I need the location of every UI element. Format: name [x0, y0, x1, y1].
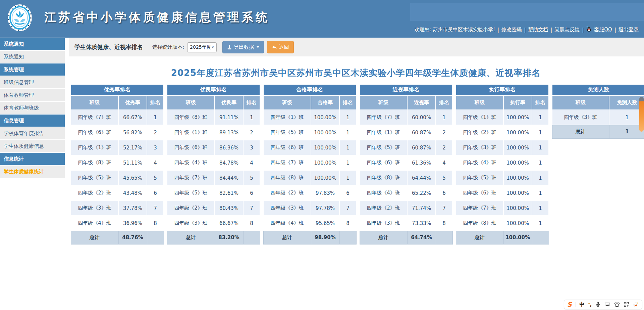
column-header-rank: 排名 [147, 95, 164, 110]
caret-down-icon [257, 46, 259, 48]
apps-grid-icon[interactable] [624, 302, 629, 307]
page-title: 学生体质健康、近视率排名 [74, 43, 143, 51]
rank-cell: 8 [147, 216, 164, 231]
rank-cell: 1 [532, 125, 549, 140]
sidebar-item-pe-teacher-and-class[interactable]: 体育教师与班级 [0, 102, 65, 115]
skin-tshirt-icon[interactable] [614, 302, 620, 307]
exempt-count-cell: 1 [609, 110, 644, 125]
sidebar-section-info-management[interactable]: 信息管理 [0, 115, 65, 127]
sidebar-section-info-statistics[interactable]: 信息统计 [0, 153, 65, 166]
sidebar-item-system-notice[interactable]: 系统通知 [0, 51, 65, 63]
download-icon [227, 45, 232, 50]
rate-cell: 61.36% [407, 155, 436, 170]
chinese-mode-toggle[interactable]: 中 [580, 301, 585, 308]
rate-cell: 91.11% [215, 110, 243, 125]
table-title: 优秀率排名 [71, 84, 164, 95]
toolbar: 学生体质健康、近视率排名 选择统计版本: 2025年度 ∨ 导出数据 返回 [69, 38, 644, 56]
class-cell: 四年级《8》班 [456, 216, 503, 231]
column-header-rank: 排名 [243, 95, 260, 110]
total-value: 48.76% [118, 231, 147, 244]
back-button[interactable]: 返回 [267, 41, 294, 53]
keyboard-icon[interactable] [604, 302, 610, 307]
system-title: 江苏省中小学体质健康信息管理系统 [44, 9, 270, 25]
sidebar-item-school-pe-annual-report[interactable]: 学校体育年度报告 [0, 127, 65, 140]
total-rank [243, 231, 260, 244]
version-select-label: 选择统计版本: [152, 44, 184, 50]
column-header-class: 班级 [263, 95, 311, 110]
sidebar-item-student-fitness-statistics[interactable]: 学生体质健康统计 [0, 166, 65, 178]
table-row: 四年级《1》班 100.00% 1 [456, 110, 549, 125]
class-cell: 四年级《5》班 [456, 170, 503, 185]
punctuation-toggle[interactable]: °, [588, 302, 591, 307]
table-row: 四年级《6》班 56.82% 2 [71, 125, 164, 140]
table-row: 四年级《6》班 61.36% 4 [360, 155, 452, 170]
rank-cell: 1 [532, 216, 549, 231]
rank-cell: 4 [147, 155, 164, 170]
class-cell: 四年级《7》班 [263, 155, 311, 170]
rank-cell: 1 [532, 170, 549, 185]
rate-cell: 100.00% [311, 140, 339, 155]
column-header-rate: 执行率 [503, 95, 532, 110]
rank-cell: 1 [532, 201, 549, 216]
rate-cell: 66.67% [118, 110, 147, 125]
rate-cell: 100.00% [503, 185, 532, 201]
rate-cell: 60.00% [407, 110, 436, 125]
excellent-rate-table: 优秀率排名 班级 优秀率 排名 四年级《7》班 66.67% 1 四年级《6》班… [70, 84, 164, 245]
class-cell: 四年级《1》班 [360, 125, 407, 140]
total-row: 总计 48.76% [71, 231, 164, 244]
column-header-class: 班级 [71, 95, 118, 110]
emoji-icon[interactable] [633, 302, 639, 308]
qq-service-link[interactable]: 客服QQ [594, 27, 612, 33]
rank-cell: 6 [339, 185, 356, 201]
version-select[interactable]: 2025年度 ∨ [187, 42, 217, 52]
table-row: 四年级《4》班 36.96% 8 [71, 216, 164, 231]
class-cell: 四年级《1》班 [71, 140, 118, 155]
vertical-scrollbar-thumb[interactable] [639, 97, 644, 132]
change-password-link[interactable]: 修改密码 [501, 27, 522, 33]
class-cell: 四年级《6》班 [71, 125, 118, 140]
sidebar-section-system-notice[interactable]: 系统通知 [0, 38, 65, 51]
sidebar-item-pe-teacher-management[interactable]: 体育教师管理 [0, 89, 65, 102]
class-cell: 四年级《7》班 [167, 170, 215, 185]
total-value: 64.74% [407, 231, 436, 244]
microphone-icon[interactable] [595, 302, 601, 307]
rate-cell: 43.48% [118, 185, 147, 201]
table-row: 四年级《3》班 66.67% 8 [167, 216, 260, 231]
feedback-link[interactable]: 问题与反馈 [554, 27, 580, 33]
class-cell: 四年级《3》班 [456, 140, 503, 155]
export-data-button[interactable]: 导出数据 [222, 41, 264, 53]
table-row: 四年级《4》班 95.65% 8 [263, 216, 356, 231]
sidebar-item-student-fitness-info[interactable]: 学生体质健康信息 [0, 140, 65, 153]
table-row: 四年级《6》班 100.00% 1 [456, 185, 549, 201]
table-row: 四年级《5》班 100.00% 1 [263, 125, 356, 140]
total-label: 总计 [360, 231, 407, 244]
table-row: 四年级《8》班 51.11% 4 [71, 155, 164, 170]
table-row: 四年级《3》班 73.33% 8 [360, 216, 452, 231]
column-header-class: 班级 [456, 95, 503, 110]
rate-cell: 100.00% [311, 125, 339, 140]
rank-cell: 8 [243, 216, 260, 231]
rank-cell: 1 [532, 155, 549, 170]
logout-link[interactable]: 退出登录 [619, 27, 639, 33]
class-cell: 四年级《3》班 [263, 201, 311, 216]
class-cell: 四年级《4》班 [167, 155, 215, 170]
sogou-logo-icon[interactable]: S [567, 301, 572, 308]
rank-cell: 1 [339, 125, 356, 140]
sidebar-section-system-management[interactable]: 系统管理 [0, 63, 65, 76]
class-cell: 四年级《6》班 [263, 140, 311, 155]
total-label: 总计 [71, 231, 118, 244]
class-cell: 四年级《3》班 [552, 110, 609, 125]
banner-highlight [410, 3, 644, 21]
table-row: 四年级《2》班 97.83% 6 [263, 185, 356, 201]
sidebar-item-class-info-management[interactable]: 班级信息管理 [0, 76, 65, 89]
column-header-rank: 排名 [339, 95, 356, 110]
school-system-logo-icon [7, 4, 32, 32]
table-row: 四年级《5》班 82.61% 6 [167, 185, 260, 201]
rate-cell: 100.00% [503, 155, 532, 170]
class-cell: 四年级《5》班 [263, 125, 311, 140]
total-value: 100.00% [503, 231, 532, 244]
rank-cell: 6 [243, 185, 260, 201]
total-rank [339, 231, 356, 244]
rate-cell: 89.13% [215, 125, 243, 140]
help-doc-link[interactable]: 帮助文档 [528, 27, 548, 33]
